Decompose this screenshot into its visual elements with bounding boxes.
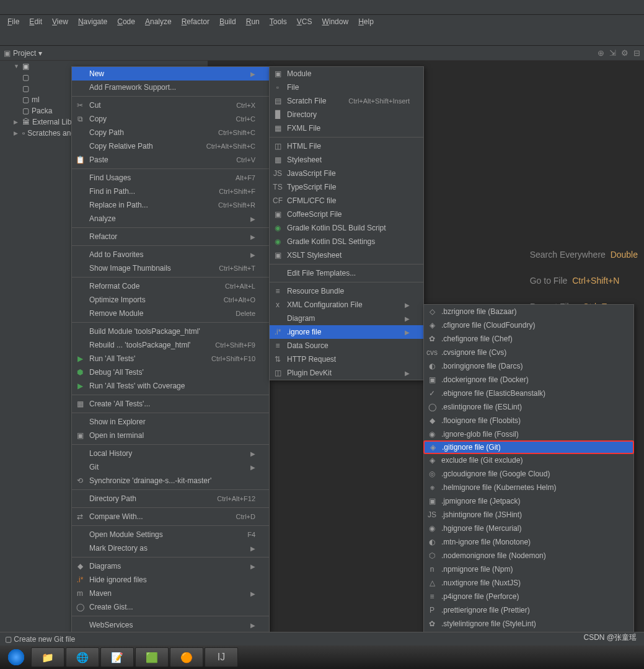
menu-item[interactable]: ◇.bzrignore file (Bazaar) (424, 305, 633, 318)
start-button[interactable] (2, 645, 30, 669)
taskbar-app1[interactable]: 🟩 (135, 647, 169, 667)
menu-item[interactable]: Optimize ImportsCtrl+Alt+O (72, 293, 269, 307)
menu-item[interactable]: ⇄Compare With...Ctrl+D (72, 510, 269, 523)
menu-item[interactable]: Rebuild ... 'toolsPackage_html'Ctrl+Shif… (72, 338, 269, 352)
menu-item[interactable]: Add Framework Support... (72, 81, 269, 94)
menu-item[interactable]: ◆Diagrams▶ (72, 559, 269, 573)
menu-item[interactable]: ✿.chefignore file (Chef) (424, 332, 633, 346)
menu-item[interactable]: ▫File (270, 81, 423, 94)
menu-item[interactable]: ◆.flooignore file (Floobits) (424, 414, 633, 427)
menu-item[interactable]: ≡.p4ignore file (Perforce) (424, 590, 633, 603)
menu-item[interactable]: ▦Stylesheet (270, 153, 423, 167)
menu-item[interactable]: Mark Directory as▶ (72, 541, 269, 555)
menu-item[interactable]: n.npmignore file (Npm) (424, 562, 633, 576)
menu-item[interactable]: ◉.ignore-glob file (Fossil) (424, 427, 633, 441)
menu-tools[interactable]: Tools (265, 16, 292, 27)
menu-item[interactable]: ◉Gradle Kotlin DSL Settings (270, 235, 423, 248)
menu-item[interactable]: 📋PasteCtrl+V (72, 153, 269, 167)
menu-code[interactable]: Code (112, 16, 140, 27)
menu-item[interactable]: ≡Data Source (270, 339, 423, 352)
menu-item[interactable]: Reformat CodeCtrl+Alt+L (72, 279, 269, 293)
menu-build[interactable]: Build (214, 16, 241, 27)
menu-vcs[interactable]: VCS (292, 16, 317, 27)
menu-item[interactable]: ⎈.helmignore file (Kubernetes Helm) (424, 481, 633, 494)
menu-item[interactable]: ◉Gradle Kotlin DSL Build Script (270, 221, 423, 235)
menu-item[interactable]: ▣.jpmignore file (Jetpack) (424, 494, 633, 508)
hide-icon[interactable]: ⊟ (633, 48, 640, 58)
context-menu-new[interactable]: ▣Module▫File▤Scratch FileCtrl+Alt+Shift+… (269, 66, 424, 380)
menu-item[interactable]: ≡Resource Bundle (270, 284, 423, 298)
menu-item[interactable]: ◯Create Gist... (72, 600, 269, 614)
menu-item[interactable]: ◈.gitignore file (Git) (423, 440, 634, 454)
gear-icon[interactable]: ⚙ (621, 48, 629, 58)
menu-item[interactable]: ▦Create 'All Tests'... (72, 397, 269, 411)
menu-item[interactable]: JS.jshintignore file (JSHint) (424, 508, 633, 522)
menu-item[interactable]: ◐.boringignore file (Darcs) (424, 359, 633, 373)
menu-item[interactable]: P.prettierignore file (Prettier) (424, 603, 633, 617)
menu-item[interactable]: WebServices▶ (72, 618, 269, 632)
menu-item[interactable]: ◉.hgignore file (Mercurial) (424, 522, 633, 535)
menu-item[interactable]: ◫Plugin DevKit▶ (270, 366, 423, 380)
menu-item[interactable]: CFCFML/CFC file (270, 194, 423, 208)
collapse-icon[interactable]: ⇲ (609, 48, 616, 58)
menu-item[interactable]: mMaven▶ (72, 587, 269, 600)
menu-item[interactable]: Edit File Templates... (270, 266, 423, 280)
context-menu-ignore[interactable]: ◇.bzrignore file (Bazaar)◈.cfignore file… (423, 304, 634, 669)
menu-window[interactable]: Window (317, 16, 353, 27)
menu-item[interactable]: ◈exclude file (Git exclude) (424, 453, 633, 467)
menu-item[interactable]: Directory PathCtrl+Alt+F12 (72, 492, 269, 505)
target-icon[interactable]: ⊕ (598, 48, 604, 58)
taskbar-notepad[interactable]: 📝 (100, 647, 134, 667)
menu-item[interactable]: Add to Favorites▶ (72, 248, 269, 261)
menu-item[interactable]: ⬡.nodemonignore file (Nodemon) (424, 549, 633, 562)
menu-refactor[interactable]: Refactor (177, 16, 214, 27)
taskbar-explorer[interactable]: 📁 (31, 647, 64, 667)
menu-item[interactable]: ⬢Debug 'All Tests' (72, 365, 269, 379)
menu-item[interactable]: Local History▶ (72, 447, 269, 460)
menu-item[interactable]: ◫HTML File (270, 139, 423, 153)
menu-item[interactable]: ◎.gcloudignore file (Google Cloud) (424, 467, 633, 481)
menu-item[interactable]: ◐.mtn-ignore file (Monotone) (424, 535, 633, 549)
menu-item[interactable]: Analyze▶ (72, 212, 269, 225)
menu-item[interactable]: cvs.cvsignore file (Cvs) (424, 346, 633, 359)
menu-item[interactable]: Build Module 'toolsPackage_html' (72, 325, 269, 338)
menu-analyze[interactable]: Analyze (140, 16, 177, 27)
context-menu-main[interactable]: New▶Add Framework Support...✂CutCtrl+X⧉C… (71, 66, 270, 632)
menu-help[interactable]: Help (353, 16, 379, 27)
menu-item[interactable]: .i*Hide ignored files (72, 573, 269, 587)
menu-item[interactable]: TSTypeScript File (270, 180, 423, 194)
menu-item[interactable]: ▤Scratch FileCtrl+Alt+Shift+Insert (270, 94, 423, 108)
menu-item[interactable]: xXML Configuration File▶ (270, 298, 423, 312)
menu-item[interactable]: Find in Path...Ctrl+Shift+F (72, 185, 269, 198)
menu-item[interactable]: Show Image ThumbnailsCtrl+Shift+T (72, 261, 269, 275)
menu-item[interactable]: ✂CutCtrl+X (72, 98, 269, 112)
menu-item[interactable]: ▶Run 'All Tests'Ctrl+Shift+F10 (72, 352, 269, 365)
menu-item[interactable]: ▦FXML File (270, 121, 423, 135)
project-tool-button[interactable]: ▣ Project ▾ (4, 49, 42, 58)
menu-item[interactable]: ▣CoffeeScript File (270, 208, 423, 221)
menu-item[interactable]: Open Module SettingsF4 (72, 528, 269, 541)
menu-item[interactable]: .i*.ignore file▶ (270, 325, 423, 339)
menu-item[interactable]: ▶Run 'All Tests' with Coverage (72, 379, 269, 393)
menu-item[interactable]: ⇅HTTP Request (270, 352, 423, 366)
menu-item[interactable]: JSJavaScript File (270, 167, 423, 180)
menu-file[interactable]: File (2, 16, 24, 27)
menu-item[interactable]: ✿.stylelintignore file (StyleLint) (424, 617, 633, 631)
menu-item[interactable]: ◯.eslintignore file (ESLint) (424, 400, 633, 414)
menu-item[interactable]: Git▶ (72, 460, 269, 474)
menu-item[interactable]: Show in Explorer (72, 415, 269, 429)
menu-item[interactable]: Remove ModuleDelete (72, 307, 269, 320)
menu-item[interactable]: New▶ (72, 67, 269, 81)
taskbar-app2[interactable]: 🟠 (170, 647, 203, 667)
menu-item[interactable]: ⧉CopyCtrl+C (72, 112, 269, 126)
menu-item[interactable]: Diagram▶ (270, 312, 423, 325)
menu-item[interactable]: Refactor▶ (72, 230, 269, 243)
menu-item[interactable]: ◈.cfignore file (CloudFoundry) (424, 318, 633, 332)
menu-item[interactable]: △.nuxtignore file (NuxtJS) (424, 576, 633, 590)
menu-item[interactable]: ▉Directory (270, 108, 423, 121)
taskbar-chrome[interactable]: 🌐 (66, 647, 99, 667)
menu-item[interactable]: Replace in Path...Ctrl+Shift+R (72, 198, 269, 212)
menu-item[interactable]: Copy Relative PathCtrl+Alt+Shift+C (72, 139, 269, 153)
menu-item[interactable]: ▣XSLT Stylesheet (270, 248, 423, 262)
taskbar-intellij[interactable]: IJ (205, 647, 238, 667)
